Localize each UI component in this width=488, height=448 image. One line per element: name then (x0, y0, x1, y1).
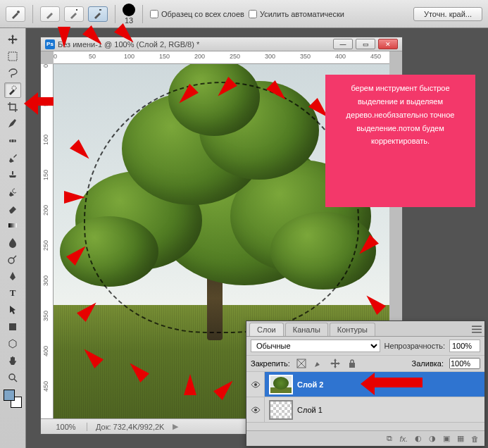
horizontal-ruler: 050100150200250300350400450 (54, 51, 389, 64)
healing-brush-tool[interactable] (4, 133, 21, 149)
layers-footer: ⧉ fx. ◐ ◑ ▣ ▦ 🗑 (246, 430, 484, 446)
blur-tool[interactable] (4, 235, 21, 250)
marquee-tool[interactable] (4, 49, 21, 64)
svg-point-11 (254, 409, 257, 411)
gradient-tool[interactable] (4, 218, 21, 233)
callout-text: берем инструмент быстрое выделение и выд… (346, 84, 455, 145)
annotation-arrow (37, 97, 54, 106)
tool-preset-picker[interactable] (6, 6, 25, 22)
layer-item[interactable]: Слой 1 (246, 397, 484, 423)
quick-selection-tool[interactable] (4, 82, 21, 98)
new-selection-icon[interactable] (40, 6, 60, 22)
pen-tool[interactable] (4, 268, 21, 284)
3d-tool[interactable] (4, 336, 21, 351)
brush-size-value: 13 (125, 16, 133, 25)
opacity-input[interactable] (449, 340, 480, 352)
eyedropper-tool[interactable] (4, 116, 21, 132)
fill-input[interactable] (449, 358, 480, 369)
eraser-tool[interactable] (4, 201, 21, 216)
close-button[interactable]: ✕ (378, 39, 398, 49)
tools-panel: T (0, 28, 26, 448)
new-layer-icon[interactable]: ▦ (457, 434, 464, 443)
tab-layers[interactable]: Слои (249, 323, 284, 336)
refine-edge-button[interactable]: Уточн. край... (413, 7, 482, 21)
tab-channels[interactable]: Каналы (285, 323, 328, 336)
brush-preview[interactable]: 13 (123, 4, 135, 25)
link-layers-icon[interactable]: ⧉ (387, 434, 392, 443)
layer-name: Слой 1 (297, 406, 323, 414)
visibility-toggle-icon[interactable] (246, 372, 265, 397)
minimize-button[interactable]: — (333, 39, 353, 49)
lock-position-icon[interactable] (330, 358, 341, 369)
auto-enhance-checkbox[interactable]: Усилить автоматически (249, 10, 344, 18)
delete-layer-icon[interactable]: 🗑 (471, 435, 479, 443)
svg-rect-6 (9, 323, 16, 330)
foreground-color-swatch[interactable] (4, 390, 15, 401)
annotation-arrow (58, 27, 70, 48)
svg-rect-4 (8, 223, 17, 228)
vertical-ruler: 050100150200250300350400450 (41, 64, 54, 418)
lasso-tool[interactable] (4, 66, 21, 81)
blend-opacity-row: Обычные Непрозрачность: (246, 337, 484, 356)
svg-point-0 (17, 11, 20, 13)
blend-mode-select[interactable]: Обычные (251, 340, 380, 352)
fx-icon[interactable]: fx. (399, 435, 408, 443)
lock-all-icon[interactable] (346, 358, 358, 369)
layer-thumbnail[interactable] (269, 375, 293, 394)
tab-paths[interactable]: Контуры (330, 323, 375, 336)
mask-icon[interactable]: ◐ (415, 434, 422, 443)
layer-thumbnail[interactable] (269, 400, 293, 420)
annotation-arrow (64, 191, 85, 204)
annotation-arrow (184, 374, 196, 395)
visibility-toggle-icon[interactable] (246, 397, 265, 422)
doc-size-info: Док: 732,4K/992,2K (96, 423, 164, 431)
instruction-callout: берем инструмент быстрое выделение и выд… (325, 75, 475, 207)
layer-name: Слой 2 (297, 380, 323, 389)
fill-label: Заливка: (412, 359, 444, 368)
opacity-label: Непрозрачность: (384, 342, 445, 350)
move-tool[interactable] (4, 32, 21, 47)
svg-rect-1 (8, 52, 17, 61)
brush-dot-icon (123, 4, 135, 16)
history-brush-tool[interactable] (4, 184, 21, 199)
svg-point-7 (9, 374, 15, 380)
panel-tabs: Слои Каналы Контуры (246, 321, 484, 337)
shape-tool[interactable] (4, 319, 21, 335)
type-tool[interactable]: T (4, 285, 21, 301)
dodge-tool[interactable] (4, 251, 21, 267)
brush-tool[interactable] (4, 150, 21, 166)
divider (115, 5, 115, 23)
lock-pixels-icon[interactable] (313, 358, 324, 369)
options-bar: 13 Образец со всех слоев Усилить автомат… (0, 0, 488, 28)
svg-point-10 (254, 383, 257, 386)
subtract-from-selection-icon[interactable] (88, 6, 108, 22)
divider (32, 5, 33, 23)
svg-rect-3 (9, 139, 16, 142)
divider (142, 5, 143, 23)
add-to-selection-icon[interactable] (64, 6, 84, 22)
lock-label: Закрепить: (251, 359, 290, 368)
color-swatches[interactable] (4, 390, 22, 408)
lock-row: Закрепить: Заливка: (246, 356, 484, 372)
svg-point-2 (12, 86, 16, 90)
zoom-level[interactable]: 100% (45, 423, 87, 431)
path-selection-tool[interactable] (4, 302, 21, 318)
hand-tool[interactable] (4, 353, 21, 368)
photoshop-icon: Ps (45, 39, 55, 49)
zoom-tool[interactable] (4, 370, 21, 385)
svg-point-5 (8, 258, 14, 263)
sample-all-layers-checkbox[interactable]: Образец со всех слоев (150, 10, 244, 18)
panel-menu-icon[interactable] (471, 324, 482, 333)
clone-stamp-tool[interactable] (4, 167, 21, 182)
group-icon[interactable]: ▣ (443, 434, 450, 443)
annotation-arrow (373, 378, 423, 387)
svg-rect-9 (349, 363, 355, 368)
crop-tool[interactable] (4, 99, 21, 115)
lock-transparent-icon[interactable] (296, 358, 307, 369)
adjustment-icon[interactable]: ◑ (429, 434, 436, 443)
maximize-button[interactable]: ▭ (356, 39, 375, 49)
